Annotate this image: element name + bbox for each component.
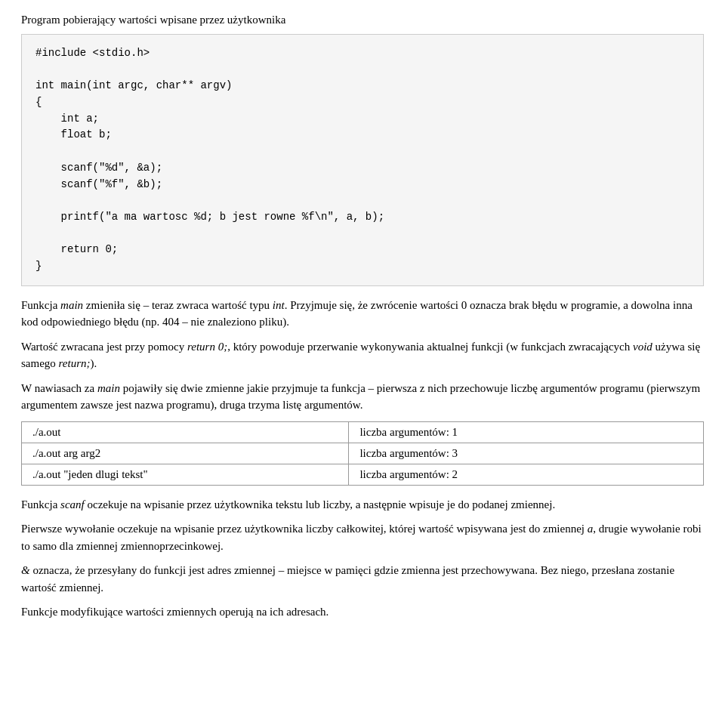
table-cell-command: ./a.out "jeden dlugi tekst" bbox=[22, 464, 349, 485]
table-cell-command: ./a.out bbox=[22, 421, 349, 443]
table-row: ./a.out arg arg2 liczba argumentów: 3 bbox=[22, 443, 704, 464]
paragraph-7: Funkcje modyfikujące wartości zmiennych … bbox=[21, 603, 704, 621]
paragraph-2: Wartość zwracana jest przy pomocy return… bbox=[21, 338, 704, 372]
paragraph-1: Funkcja main zmieniła się – teraz zwraca… bbox=[21, 297, 704, 331]
table-cell-command: ./a.out arg arg2 bbox=[22, 443, 349, 464]
table-cell-result: liczba argumentów: 1 bbox=[349, 421, 704, 443]
table-row: ./a.out "jeden dlugi tekst" liczba argum… bbox=[22, 464, 704, 485]
page-title: Program pobierający wartości wpisane prz… bbox=[21, 14, 704, 26]
table-row: ./a.out liczba argumentów: 1 bbox=[22, 421, 704, 443]
paragraph-4: Funkcja scanf oczekuje na wpisanie przez… bbox=[21, 496, 704, 514]
paragraph-6: & oznacza, że przesyłany do funkcji jest… bbox=[21, 562, 704, 596]
table-cell-result: liczba argumentów: 3 bbox=[349, 443, 704, 464]
paragraph-5: Pierwsze wywołanie oczekuje na wpisanie … bbox=[21, 520, 704, 554]
page-container: Program pobierający wartości wpisane prz… bbox=[0, 0, 725, 728]
table-cell-result: liczba argumentów: 2 bbox=[349, 464, 704, 485]
arguments-table: ./a.out liczba argumentów: 1 ./a.out arg… bbox=[21, 421, 704, 486]
code-block: #include <stdio.h> int main(int argc, ch… bbox=[21, 34, 704, 286]
paragraph-3: W nawiasach za main pojawiły się dwie zm… bbox=[21, 380, 704, 414]
